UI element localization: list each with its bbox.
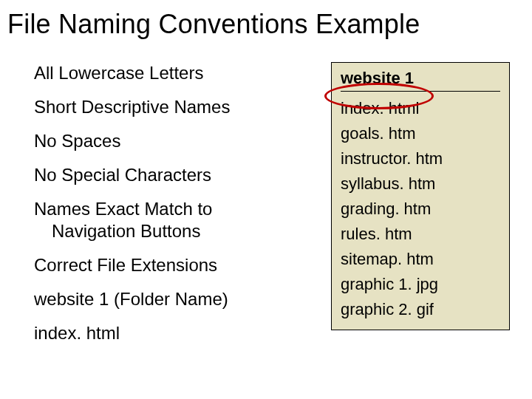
rule-item: Short Descriptive Names [34, 96, 331, 118]
file-item: graphic 1. jpg [341, 272, 500, 297]
file-item: index. html [341, 96, 500, 121]
file-item: graphic 2. gif [341, 297, 500, 322]
rule-item: Correct File Extensions [34, 254, 331, 276]
rule-item: No Spaces [34, 130, 331, 152]
rule-item: All Lowercase Letters [34, 62, 331, 84]
rule-item: index. html [34, 322, 331, 344]
rule-line: Navigation Buttons [34, 220, 331, 242]
rule-item: website 1 (Folder Name) [34, 288, 331, 310]
content-area: All Lowercase Letters Short Descriptive … [0, 40, 532, 356]
file-item: instructor. htm [341, 146, 500, 171]
filebox-wrapper: website 1 index. html goals. htm instruc… [331, 62, 510, 356]
file-item: syllabus. htm [341, 171, 500, 197]
file-item: rules. htm [341, 222, 500, 247]
folder-header: website 1 [341, 69, 500, 92]
rule-item: No Special Characters [34, 164, 331, 186]
slide-title: File Naming Conventions Example [0, 0, 532, 40]
file-listing-box: website 1 index. html goals. htm instruc… [331, 62, 510, 330]
file-item: grading. htm [341, 197, 500, 222]
rule-line: Names Exact Match to [34, 199, 212, 219]
file-item: goals. htm [341, 121, 500, 146]
file-item: sitemap. htm [341, 247, 500, 272]
rules-list: All Lowercase Letters Short Descriptive … [34, 62, 331, 356]
rule-item: Names Exact Match to Navigation Buttons [34, 198, 331, 242]
